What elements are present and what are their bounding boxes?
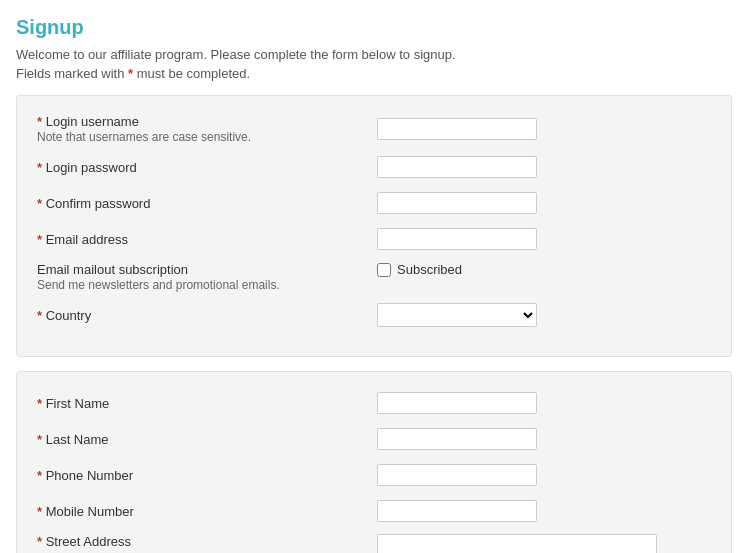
first-name-input[interactable]: [377, 392, 537, 414]
required-note: Fields marked with * must be completed.: [16, 66, 732, 81]
required-star-mobile: *: [37, 504, 42, 519]
street-address-textarea[interactable]: [377, 534, 657, 553]
login-username-label-col: * Login username Note that usernames are…: [37, 114, 377, 144]
phone-number-input[interactable]: [377, 464, 537, 486]
mobile-number-row: * Mobile Number: [37, 498, 711, 524]
phone-number-row: * Phone Number: [37, 462, 711, 488]
email-address-row: * Email address: [37, 226, 711, 252]
country-select[interactable]: [377, 303, 537, 327]
mobile-number-input-col: [377, 500, 711, 522]
login-password-label-col: * Login password: [37, 160, 377, 175]
country-label: * Country: [37, 308, 377, 323]
subscription-row: Email mailout subscription Send me newsl…: [37, 262, 711, 292]
first-name-label-col: * First Name: [37, 396, 377, 411]
first-name-label: * First Name: [37, 396, 377, 411]
first-name-input-col: [377, 392, 711, 414]
mobile-number-label: * Mobile Number: [37, 504, 377, 519]
subscribed-checkbox[interactable]: [377, 263, 391, 277]
street-address-label: * Street Address: [37, 534, 377, 549]
section-personal: * First Name * Last Name * Phone Number: [16, 371, 732, 553]
login-password-row: * Login password: [37, 154, 711, 180]
required-star-phone: *: [37, 468, 42, 483]
subscription-label: Email mailout subscription: [37, 262, 377, 277]
required-star-firstname: *: [37, 396, 42, 411]
confirm-password-input-col: [377, 192, 711, 214]
email-address-label: * Email address: [37, 232, 377, 247]
login-username-sub: Note that usernames are case sensitive.: [37, 130, 377, 144]
subscribed-label: Subscribed: [397, 262, 462, 277]
email-address-input[interactable]: [377, 228, 537, 250]
confirm-password-label: * Confirm password: [37, 196, 377, 211]
last-name-label-col: * Last Name: [37, 432, 377, 447]
login-username-row: * Login username Note that usernames are…: [37, 114, 711, 144]
phone-number-label: * Phone Number: [37, 468, 377, 483]
confirm-password-label-col: * Confirm password: [37, 196, 377, 211]
email-address-input-col: [377, 228, 711, 250]
login-username-label: * Login username: [37, 114, 377, 129]
mobile-number-label-col: * Mobile Number: [37, 504, 377, 519]
login-password-input-col: [377, 156, 711, 178]
first-name-row: * First Name: [37, 390, 711, 416]
required-star-country: *: [37, 308, 42, 323]
country-label-col: * Country: [37, 308, 377, 323]
phone-number-input-col: [377, 464, 711, 486]
required-star-lastname: *: [37, 432, 42, 447]
required-star-email: *: [37, 232, 42, 247]
page-title: Signup: [16, 16, 732, 39]
country-input-col: [377, 303, 711, 327]
street-address-label-col: * Street Address: [37, 534, 377, 549]
login-username-input[interactable]: [377, 118, 537, 140]
required-star-street: *: [37, 534, 42, 549]
country-row: * Country: [37, 302, 711, 328]
mobile-number-input[interactable]: [377, 500, 537, 522]
required-star: *: [128, 66, 133, 81]
subscription-input-col: Subscribed: [377, 262, 462, 277]
login-password-label: * Login password: [37, 160, 377, 175]
required-star-username: *: [37, 114, 42, 129]
login-password-input[interactable]: [377, 156, 537, 178]
street-address-input-col: [377, 534, 711, 553]
subscription-label-col: Email mailout subscription Send me newsl…: [37, 262, 377, 292]
subscription-sub: Send me newsletters and promotional emai…: [37, 278, 377, 292]
last-name-label: * Last Name: [37, 432, 377, 447]
intro-line1: Welcome to our affiliate program. Please…: [16, 47, 732, 62]
required-star-password: *: [37, 160, 42, 175]
required-star-confirm: *: [37, 196, 42, 211]
phone-number-label-col: * Phone Number: [37, 468, 377, 483]
last-name-input[interactable]: [377, 428, 537, 450]
email-address-label-col: * Email address: [37, 232, 377, 247]
confirm-password-input[interactable]: [377, 192, 537, 214]
section-account: * Login username Note that usernames are…: [16, 95, 732, 357]
last-name-row: * Last Name: [37, 426, 711, 452]
street-address-row: * Street Address: [37, 534, 711, 553]
last-name-input-col: [377, 428, 711, 450]
login-username-input-col: [377, 118, 711, 140]
confirm-password-row: * Confirm password: [37, 190, 711, 216]
